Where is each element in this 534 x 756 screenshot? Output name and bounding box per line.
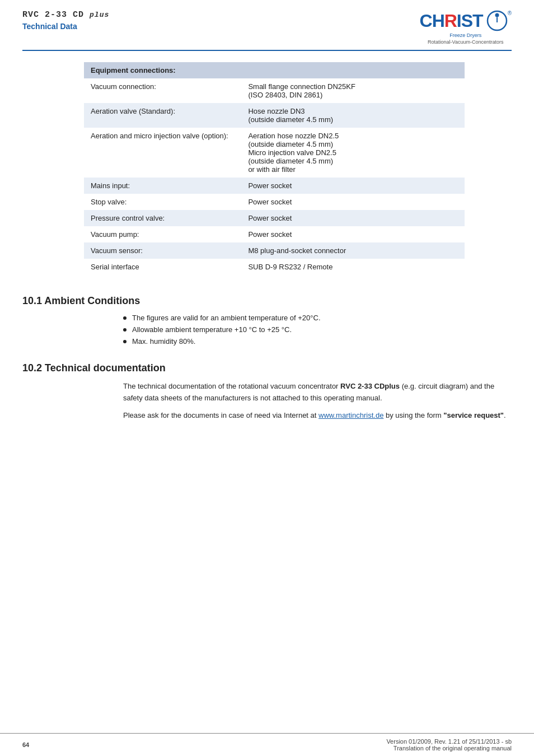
table-cell-right: Aeration hose nozzle DN2.5(outside diame…	[241, 128, 465, 178]
table-cell-left: Aeration and micro injection valve (opti…	[84, 128, 241, 178]
bullet-dot	[123, 316, 127, 320]
table-cell-left: Vacuum pump:	[84, 226, 241, 242]
tech-doc-para-1: The technical documentation of the rotat…	[123, 381, 512, 404]
table-cell-right: Power socket	[241, 194, 465, 210]
main-content: Equipment connections: Vacuum connection…	[0, 51, 534, 438]
logo-reg: ®	[508, 10, 512, 16]
table-cell-right: Hose nozzle DN3(outside diameter 4.5 mm)	[241, 103, 465, 128]
para1-normal1: The technical documentation of the rotat…	[123, 382, 340, 390]
table-header-row: Equipment connections:	[84, 62, 465, 78]
equipment-table: Equipment connections: Vacuum connection…	[84, 62, 465, 275]
table-cell-left: Mains input:	[84, 178, 241, 194]
bullet-dot	[123, 328, 127, 332]
logo-text: CHRIST	[420, 12, 483, 30]
tech-doc-text: The technical documentation of the rotat…	[123, 381, 512, 421]
table-cell-right: Power socket	[241, 210, 465, 226]
logo-subtitle: Freeze Dryers Rotational-Vacuum-Concentr…	[428, 32, 503, 45]
section-10-1: 10.1 Ambient Conditions The figures are …	[22, 295, 512, 346]
logo-box: CHRIST ®	[420, 10, 512, 31]
list-item: The figures are valid for an ambient tem…	[123, 314, 512, 322]
bullet-text: Max. humidity 80%.	[132, 337, 195, 346]
table-row: Serial interface SUB D-9 RS232 / Remote	[84, 259, 465, 275]
table-row: Aeration valve (Standard): Hose nozzle D…	[84, 103, 465, 128]
table-cell-left: Vacuum connection:	[84, 78, 241, 103]
bullet-dot	[123, 340, 127, 343]
table-row: Stop valve: Power socket	[84, 194, 465, 210]
header-left: RVC 2-33 CD plus Technical Data	[22, 10, 109, 31]
table-cell-right: Power socket	[241, 178, 465, 194]
section-label: Technical Data	[22, 22, 109, 31]
para1-bold: RVC 2-33 CDplus	[340, 382, 400, 390]
table-header-label: Equipment connections:	[84, 62, 241, 78]
table-row: Vacuum pump: Power socket	[84, 226, 465, 242]
table-cell-right: Power socket	[241, 226, 465, 242]
table-row: Mains input: Power socket	[84, 178, 465, 194]
table-row: Aeration and micro injection valve (opti…	[84, 128, 465, 178]
footer-version: Version 01/2009, Rev. 1.21 of 25/11/2013…	[386, 738, 512, 752]
table-cell-right: M8 plug-and-socket connector	[241, 242, 465, 259]
table-row: Vacuum sensor: M8 plug-and-socket connec…	[84, 242, 465, 259]
footer-version-line1: Version 01/2009, Rev. 1.21 of 25/11/2013…	[386, 738, 512, 745]
table-cell-right: SUB D-9 RS232 / Remote	[241, 259, 465, 275]
para2-normal2: by using the form	[383, 411, 443, 419]
page-header: RVC 2-33 CD plus Technical Data CHRIST	[0, 0, 534, 45]
table-row: Pressure control valve: Power socket	[84, 210, 465, 226]
table-cell-left: Stop valve:	[84, 194, 241, 210]
bullet-list: The figures are valid for an ambient tem…	[123, 314, 512, 346]
svg-point-1	[495, 13, 499, 17]
table-cell-right: Small flange connection DN25KF(ISO 28403…	[241, 78, 465, 103]
section-10-1-heading: 10.1 Ambient Conditions	[22, 295, 512, 307]
para2-bold: "service request"	[443, 411, 504, 419]
footer-version-line2: Translation of the original operating ma…	[386, 745, 512, 752]
table-row: Vacuum connection: Small flange connecti…	[84, 78, 465, 103]
para2-normal1: Please ask for the documents in case of …	[123, 411, 318, 419]
table-cell-left: Vacuum sensor:	[84, 242, 241, 259]
table-cell-left: Aeration valve (Standard):	[84, 103, 241, 128]
section-10-2-heading: 10.2 Technical documentation	[22, 362, 512, 374]
header-right: CHRIST ® Freeze Dryers Ro	[420, 10, 512, 45]
martinchrist-link[interactable]: www.martinchrist.de	[318, 411, 383, 419]
page-footer: 64 Version 01/2009, Rev. 1.21 of 25/11/2…	[0, 733, 534, 756]
bullet-text: Allowable ambient temperature +10 °C to …	[132, 325, 292, 334]
footer-page-number: 64	[22, 741, 29, 748]
bullet-text: The figures are valid for an ambient tem…	[132, 314, 321, 322]
table-cell-left: Pressure control valve:	[84, 210, 241, 226]
table-cell-left: Serial interface	[84, 259, 241, 275]
logo-icon	[486, 10, 508, 31]
list-item: Allowable ambient temperature +10 °C to …	[123, 325, 512, 334]
list-item: Max. humidity 80%.	[123, 337, 512, 346]
section-10-2: 10.2 Technical documentation The technic…	[22, 362, 512, 421]
tech-doc-para-2: Please ask for the documents in case of …	[123, 410, 512, 422]
rvc-title: RVC 2-33 CD plus	[22, 10, 109, 20]
